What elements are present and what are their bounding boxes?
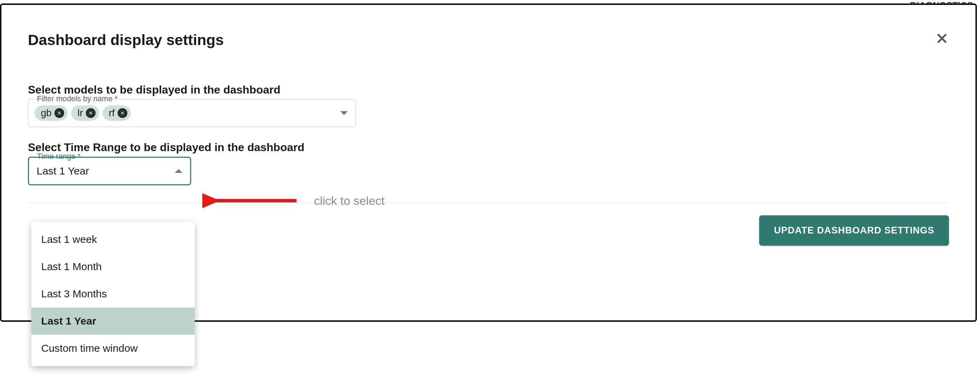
update-settings-button[interactable]: UPDATE DASHBOARD SETTINGS (759, 215, 949, 246)
chip-remove-icon[interactable] (86, 108, 95, 118)
timerange-option-last-1-month[interactable]: Last 1 Month (32, 253, 195, 280)
model-chip-lr: lr (71, 105, 99, 121)
timerange-selected-value: Last 1 Year (37, 165, 89, 177)
timerange-option-last-1-year[interactable]: Last 1 Year (32, 307, 195, 335)
timerange-field-wrapper: Time range * Last 1 Year (28, 157, 949, 185)
model-chip-gb: gb (35, 105, 68, 121)
timerange-section: Select Time Range to be displayed in the… (28, 141, 949, 185)
timerange-dropdown-menu: Last 1 week Last 1 Month Last 3 Months L… (32, 221, 195, 366)
timerange-section-label: Select Time Range to be displayed in the… (28, 141, 949, 154)
chip-label: rf (109, 107, 115, 119)
chevron-down-icon[interactable] (340, 111, 348, 115)
annotation-callout: click to select (202, 190, 385, 211)
arrow-left-icon (202, 190, 300, 211)
chip-label: gb (41, 107, 52, 119)
timerange-option-last-1-week[interactable]: Last 1 week (32, 226, 195, 253)
modal-title: Dashboard display settings (28, 32, 224, 48)
models-multiselect[interactable]: gb lr rf (28, 99, 356, 127)
model-chip-rf: rf (103, 105, 131, 121)
section-divider (28, 203, 949, 203)
annotation-text: click to select (314, 194, 385, 208)
close-icon[interactable] (935, 32, 949, 45)
timerange-option-last-3-months[interactable]: Last 3 Months (32, 280, 195, 307)
timerange-option-custom[interactable]: Custom time window (32, 335, 195, 362)
modal-header: Dashboard display settings (28, 32, 949, 48)
models-field-wrapper: Filter models by name * gb lr (28, 99, 949, 127)
models-section-label: Select models to be displayed in the das… (28, 83, 949, 96)
chevron-up-icon[interactable] (175, 169, 183, 173)
timerange-select[interactable]: Last 1 Year (28, 157, 191, 185)
models-section: Select models to be displayed in the das… (28, 83, 949, 127)
chip-remove-icon[interactable] (118, 108, 127, 118)
chip-label: lr (78, 107, 83, 119)
chip-remove-icon[interactable] (54, 108, 64, 118)
